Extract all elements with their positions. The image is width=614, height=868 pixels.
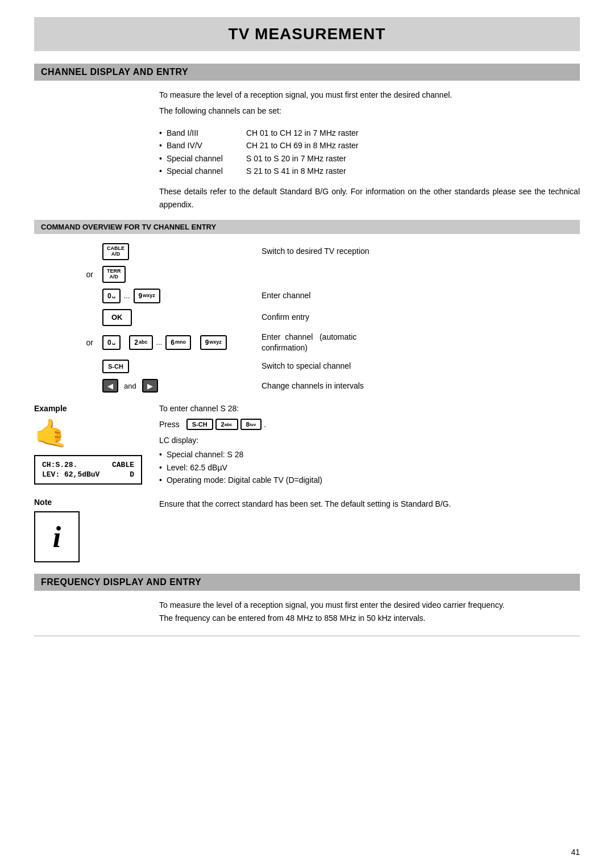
or-label-1: or [68,269,102,281]
btn-group-cable: CABLE A/D [102,243,250,260]
lcd-line1-right: CABLE [112,461,134,469]
press-label: Press [159,420,180,429]
btn-group-terr: TERR A/D [102,266,250,283]
btn-left-arrow[interactable]: ◀ [102,379,118,393]
info-icon: i [53,520,61,554]
cmd-row-auto: or 0␣ 2abc ... 6mno 9wxyz Enter channel … [68,332,580,354]
example-left: Example 🤙 CH:S.28. CABLE LEV: 62,5dBuV D [34,404,159,486]
lc-item-1: Special channel: S 28 [159,448,580,461]
cmd-row-sch: S-CH Switch to special channel [68,360,580,374]
cmd-row-arrows: ◀ and ▶ Change channels in intervals [68,379,580,393]
btn-sch[interactable]: S-CH [102,360,129,374]
channel-bullets: Band I/III CH 01 to CH 12 in 7 MHz raste… [159,127,580,178]
cmd-desc-enter-channel: Enter channel [262,290,310,302]
lcd-line2-left: LEV: 62,5dBuV [42,470,99,479]
press-btn-sch[interactable]: S-CH [186,419,213,430]
page-title: TV MEASUREMENT [34,17,580,51]
btn-6mno[interactable]: 6mno [165,335,191,350]
bullet-special1: Special channel S 01 to S 20 in 7 MHz ra… [159,152,580,165]
note-section: Note i Ensure that the correct standard … [34,498,580,562]
cmd-desc-confirm: Confirm entry [262,312,309,323]
btn-right-arrow[interactable]: ▶ [142,379,158,393]
hand-icon: 🤙 [34,418,159,449]
or-label-2: or [68,337,102,349]
example-label: Example [34,404,159,413]
btn-ok[interactable]: OK [102,309,132,326]
btn-0[interactable]: 0␣ [102,289,121,303]
section-channel-header: CHANNEL DISPLAY AND ENTRY [34,64,580,81]
bullet-band2: Band IV/V CH 21 to CH 69 in 8 MHz raster [159,139,580,152]
section-frequency-header: FREQUENCY DISPLAY AND ENTRY [34,574,580,591]
press-btn-2abc[interactable]: 2abc [215,419,238,430]
btn-9wxyz-auto[interactable]: 9wxyz [200,335,227,350]
note-label: Note [34,498,159,507]
btn-2abc[interactable]: 2abc [129,335,152,350]
command-overview-header: COMMAND OVERVIEW FOR TV CHANNEL ENTRY [34,220,580,234]
btn-group-auto: 0␣ 2abc ... 6mno 9wxyz [102,335,250,350]
bullet-special2: Special channel S 21 to S 41 in 8 MHz ra… [159,165,580,177]
btn-group-sch: S-CH [102,360,250,374]
cmd-desc-sch: Switch to special channel [262,361,351,372]
example-intro: To enter channel S 28: [159,404,580,413]
lcd-line2-right: D [130,470,134,479]
note-icon-box: i [34,511,80,562]
page: TV MEASUREMENT CHANNEL DISPLAY AND ENTRY… [0,0,614,868]
bottom-rule [34,636,580,636]
bullet-band1: Band I/III CH 01 to CH 12 in 7 MHz raste… [159,127,580,139]
press-btn-8luv[interactable]: 8luv [240,419,262,430]
btn-group-arrows: ◀ and ▶ [102,379,250,393]
lcd-line1-left: CH:S.28. [42,461,77,469]
cable-ad-button[interactable]: CABLE A/D [102,243,129,260]
cmd-desc-cable: Switch to desired TV reception [262,246,370,257]
btn-9wxyz[interactable]: 9wxyz [134,289,160,303]
note-text: Ensure that the correct standard has bee… [159,498,580,510]
cmd-row-cable: CABLE A/D Switch to desired TV reception [68,243,580,260]
channel-details: These details refer to the default Stand… [159,185,580,211]
cmd-row-ok: OK Confirm entry [68,309,580,326]
example-section: Example 🤙 CH:S.28. CABLE LEV: 62,5dBuV D… [34,404,580,486]
channel-intro: To measure the level of a reception sign… [159,89,580,118]
example-right: To enter channel S 28: Press S-CH 2abc 8… [159,404,580,486]
lc-list: Special channel: S 28 Level: 62.5 dBµV O… [159,448,580,486]
note-left: Note i [34,498,159,562]
btn-0-auto[interactable]: 0␣ [102,335,121,350]
lc-item-3: Operating mode: Digital cable TV (D=digi… [159,474,580,486]
cmd-row-channel: 0␣ ... 9wxyz Enter channel [68,289,580,303]
btn-group-channel: 0␣ ... 9wxyz [102,289,250,303]
terr-ad-button[interactable]: TERR A/D [102,266,126,283]
and-label: and [124,381,136,392]
cmd-desc-arrows: Change channels in intervals [262,381,364,392]
page-number: 41 [571,848,580,857]
cmd-desc-auto: Enter channel (automaticconfirmation) [262,332,356,354]
btn-group-ok: OK [102,309,250,326]
cmd-row-terr: or TERR A/D [68,266,580,283]
press-row: Press S-CH 2abc 8luv . [159,419,580,430]
lc-label: LC display: [159,436,580,445]
lc-item-2: Level: 62.5 dBµV [159,461,580,474]
lcd-display: CH:S.28. CABLE LEV: 62,5dBuV D [34,455,142,485]
frequency-content: To measure the level of a reception sign… [159,599,580,624]
command-area: CABLE A/D Switch to desired TV reception… [68,243,580,393]
